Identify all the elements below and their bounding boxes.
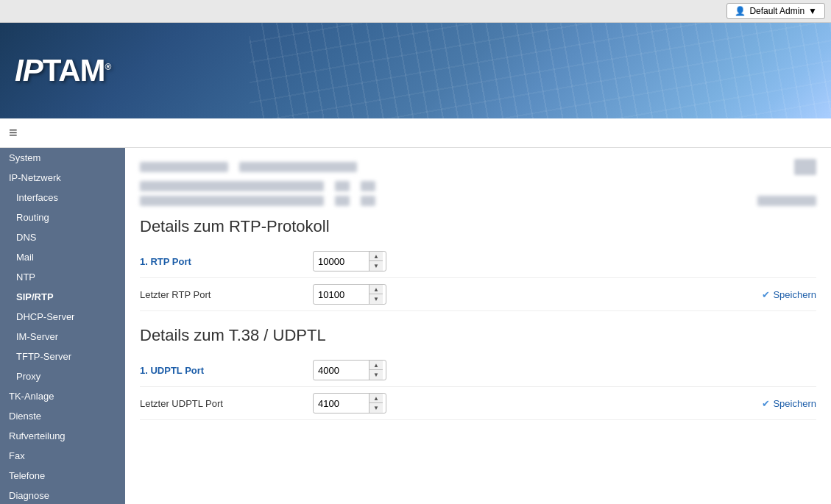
checkmark-icon-2: ✔ [762,398,770,409]
udptl-port-label: 1. UDPTL Port [140,365,302,376]
sidebar-item-system[interactable]: System [0,148,125,168]
last-rtp-down-button[interactable]: ▼ [369,294,383,304]
sidebar-item-rufverteilung[interactable]: Rufverteilung [0,426,125,446]
blurred-val-6 [361,196,375,206]
last-udptl-input[interactable] [314,395,369,412]
rtp-section-title: Details zum RTP-Protokoll [140,217,816,236]
blurred-block-1 [140,162,228,172]
sidebar-item-proxy[interactable]: Proxy [0,366,125,386]
logo-tam: TAM [43,53,105,88]
logo: IPTAM® [15,53,110,88]
last-udptl-down-button[interactable]: ▼ [369,403,383,413]
sidebar-item-dns[interactable]: DNS [0,227,125,247]
blurred-row-3 [140,196,816,206]
rtp-save-button[interactable]: ✔ Speichern [762,289,816,300]
udptl-port-spinner-buttons: ▲ ▼ [369,361,383,380]
layout: System IP-Netzwerk Interfaces Routing DN… [0,148,831,504]
rtp-port-row: 1. RTP Port ▲ ▼ [140,245,816,278]
blurred-row-1 [140,159,816,175]
rtp-port-up-button[interactable]: ▲ [369,252,383,261]
admin-button[interactable]: 👤 Default Admin ▼ [726,3,825,19]
last-rtp-input[interactable] [314,286,369,303]
udptl-port-row: 1. UDPTL Port ▲ ▼ [140,354,816,387]
rtp-port-spinner[interactable]: ▲ ▼ [313,251,386,271]
blurred-header-area [140,159,816,206]
sidebar-item-ip-netzwerk[interactable]: IP-Netzwerk [0,168,125,188]
last-rtp-label: Letzter RTP Port [140,289,302,300]
back-button[interactable]: ← [802,497,816,504]
rtp-save-label: Speichern [773,289,816,300]
last-udptl-label: Letzter UDPTL Port [140,398,302,409]
last-udptl-up-button[interactable]: ▲ [369,394,383,403]
blurred-val-7 [757,196,816,206]
last-rtp-port-row: Letzter RTP Port ▲ ▼ ✔ Speichern [140,278,816,311]
menu-bar: ≡ [0,118,831,148]
main-content: Details zum RTP-Protokoll 1. RTP Port ▲ … [125,148,831,504]
sidebar-item-tftp[interactable]: TFTP-Server [0,347,125,366]
logo-trademark: ® [105,62,111,72]
rtp-port-label: 1. RTP Port [140,256,302,267]
blurred-val-5 [335,196,350,206]
udptl-save-button[interactable]: ✔ Speichern [762,398,816,409]
sidebar-item-tk-anlage[interactable]: TK-Anlage [0,386,125,406]
admin-label: Default Admin [749,6,805,16]
sidebar-item-im[interactable]: IM-Server [0,327,125,347]
sidebar: System IP-Netzwerk Interfaces Routing DN… [0,148,125,504]
user-icon: 👤 [735,6,746,16]
blurred-val-2 [335,181,350,191]
blurred-val-1 [140,181,324,191]
blurred-val-3 [361,181,375,191]
sidebar-item-dienste[interactable]: Dienste [0,406,125,426]
sidebar-item-routing[interactable]: Routing [0,207,125,227]
dropdown-arrow-icon: ▼ [808,6,817,16]
sidebar-item-fax[interactable]: Fax [0,446,125,466]
sidebar-item-telefone[interactable]: Telefone [0,466,125,486]
rtp-port-down-button[interactable]: ▼ [369,261,383,271]
blurred-val-4 [140,196,324,206]
udptl-port-input[interactable] [314,362,369,379]
sidebar-item-diagnose[interactable]: Diagnose [0,486,125,504]
sidebar-item-ntp[interactable]: NTP [0,267,125,287]
udptl-save-label: Speichern [773,398,816,409]
udptl-port-down-button[interactable]: ▼ [369,370,383,380]
udptl-port-spinner[interactable]: ▲ ▼ [313,360,386,380]
last-rtp-up-button[interactable]: ▲ [369,285,383,294]
udptl-section-title: Details zum T.38 / UDPTL [140,326,816,345]
checkmark-icon: ✔ [762,289,770,300]
hamburger-icon[interactable]: ≡ [9,124,18,141]
last-rtp-spinner[interactable]: ▲ ▼ [313,284,386,305]
sidebar-item-interfaces[interactable]: Interfaces [0,188,125,207]
udptl-port-up-button[interactable]: ▲ [369,361,383,370]
last-udptl-spinner[interactable]: ▲ ▼ [313,393,386,414]
rtp-port-spinner-buttons: ▲ ▼ [369,252,383,271]
header-banner: IPTAM® [0,23,831,118]
blurred-block-right [794,159,816,175]
sidebar-item-mail[interactable]: Mail [0,247,125,267]
blurred-block-2 [239,162,357,172]
last-udptl-port-row: Letzter UDPTL Port ▲ ▼ ✔ Speichern [140,387,816,420]
logo-ip: IP [15,53,43,88]
top-bar: 👤 Default Admin ▼ [0,0,831,23]
last-udptl-spinner-buttons: ▲ ▼ [369,394,383,413]
rtp-port-input[interactable] [314,253,369,270]
sidebar-item-siprtp[interactable]: SIP/RTP [0,287,125,307]
sidebar-item-dhcp[interactable]: DHCP-Server [0,307,125,327]
rtp-section: Details zum RTP-Protokoll 1. RTP Port ▲ … [140,217,816,311]
last-rtp-spinner-buttons: ▲ ▼ [369,285,383,304]
udptl-section: Details zum T.38 / UDPTL 1. UDPTL Port ▲… [140,326,816,420]
blurred-row-2 [140,181,816,191]
